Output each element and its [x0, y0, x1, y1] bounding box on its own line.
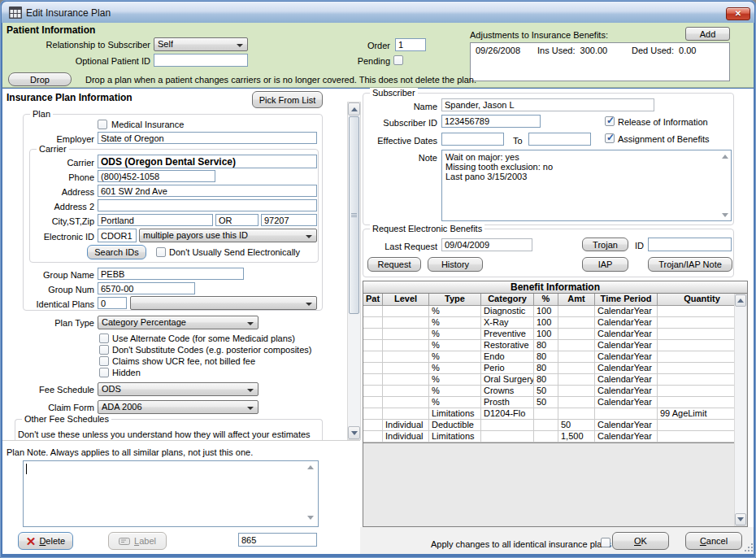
benefit-row[interactable]: IndividualDeductible50CalendarYear: [363, 420, 747, 431]
group-num-field[interactable]: [98, 282, 195, 294]
address2-label: Address 2: [33, 202, 94, 212]
benefit-row[interactable]: %Restorative80CalendarYear: [363, 340, 747, 351]
trojan-iap-note-button[interactable]: Trojan/IAP Note: [648, 257, 732, 272]
effective-from-field[interactable]: [441, 133, 504, 146]
relationship-select[interactable]: Self: [154, 37, 248, 51]
benefit-cell-pat: [363, 363, 383, 373]
delete-button[interactable]: ✕ Delete: [18, 532, 73, 550]
effective-dates-label: Effective Dates: [366, 136, 437, 146]
phone-field[interactable]: [98, 170, 215, 182]
claims-show-ucr-checkbox[interactable]: [99, 356, 109, 366]
carrier-field[interactable]: [98, 155, 317, 168]
identical-plans-field[interactable]: [98, 297, 127, 309]
employer-field[interactable]: [98, 132, 317, 144]
dont-substitute-codes-checkbox[interactable]: [99, 345, 109, 355]
note-scroll-up-icon[interactable]: [307, 465, 314, 469]
title-bar[interactable]: Edit Insurance Plan ✕: [2, 2, 754, 23]
subscriber-id-field[interactable]: [441, 115, 541, 128]
scroll-down-button[interactable]: [348, 426, 360, 439]
adjustment-ins-used[interactable]: Ins Used: 300.00: [537, 46, 607, 56]
plan-note-textarea[interactable]: [23, 460, 319, 527]
benefit-row[interactable]: IndividualLimitations1,500CalendarYear: [363, 431, 747, 442]
label-button[interactable]: Label: [108, 532, 167, 550]
payor-id-select[interactable]: multiple payors use this ID: [139, 229, 317, 242]
release-of-information-checkbox[interactable]: [605, 116, 615, 126]
benefit-row[interactable]: %Oral Surgery80CalendarYear: [363, 374, 747, 386]
benefit-cell-type: %: [429, 374, 481, 385]
benefit-table-scrollbar[interactable]: [734, 294, 747, 526]
benefit-cell-amt: [558, 306, 595, 316]
scrollbar-thumb[interactable]: [349, 116, 359, 314]
left-panel-scrollbar[interactable]: [347, 102, 361, 440]
benefit-cell-type: %: [429, 351, 481, 362]
history-button[interactable]: History: [428, 257, 483, 272]
benefit-cell-period: CalendarYear: [595, 306, 658, 316]
benefit-column-header[interactable]: Amt: [558, 294, 595, 305]
claim-form-select[interactable]: ADA 2006: [98, 400, 259, 414]
zip-field[interactable]: [261, 214, 317, 226]
plan-id-field[interactable]: [238, 533, 317, 547]
table-scroll-up-button[interactable]: [735, 294, 746, 307]
plan-note-label: Plan Note. Always applies to all similar…: [7, 447, 253, 458]
trojan-button[interactable]: Trojan: [582, 238, 628, 251]
table-scroll-down-button[interactable]: [735, 513, 746, 525]
subscriber-id-label: Subscriber ID: [366, 118, 437, 129]
note-scroll-down-icon[interactable]: [307, 516, 314, 520]
benefit-cell-pat: [363, 340, 383, 351]
fee-schedule-select[interactable]: ODS: [98, 382, 259, 396]
add-adjustment-button[interactable]: Add: [685, 27, 730, 41]
order-field[interactable]: [395, 38, 426, 51]
optional-patient-id-field[interactable]: [154, 54, 248, 67]
benefit-row[interactable]: %Crowns50CalendarYear: [363, 386, 747, 397]
city-field[interactable]: [98, 214, 213, 226]
scroll-up-button[interactable]: [348, 102, 360, 116]
identical-plans-select[interactable]: [130, 296, 317, 310]
assignment-of-benefits-checkbox[interactable]: [605, 133, 615, 143]
adjustment-ded-used[interactable]: Ded Used: 0.00: [632, 46, 697, 56]
benefit-row[interactable]: %Perio80CalendarYear: [363, 363, 747, 374]
subscriber-note-scroll-down-icon[interactable]: [722, 213, 728, 217]
benefit-row[interactable]: %Preventive100CalendarYear: [363, 329, 747, 340]
group-name-field[interactable]: [98, 268, 244, 280]
adjustments-listbox[interactable]: 09/26/2008 Ins Used: 300.00 Ded Used: 0.…: [470, 42, 730, 81]
adjustment-date[interactable]: 09/26/2008: [476, 46, 520, 56]
request-button[interactable]: Request: [367, 257, 421, 272]
resize-grip-icon[interactable]: [751, 550, 753, 551]
effective-to-field[interactable]: [528, 133, 591, 146]
benefit-row[interactable]: %Endo80CalendarYear: [363, 351, 747, 363]
benefit-column-header[interactable]: Time Period: [595, 294, 658, 305]
electronic-id-field[interactable]: [98, 229, 137, 242]
plan-type-select[interactable]: Category Percentage: [98, 316, 259, 329]
ok-button[interactable]: OK: [612, 532, 669, 550]
cancel-button[interactable]: Cancel: [685, 532, 742, 550]
iap-button[interactable]: IAP: [582, 257, 628, 272]
benefit-row[interactable]: %Prosth50CalendarYear: [363, 397, 747, 408]
benefit-column-header[interactable]: Type: [429, 294, 481, 305]
drop-button[interactable]: Drop: [8, 72, 72, 86]
benefit-column-header[interactable]: Pat: [363, 294, 383, 305]
request-benefits-group-label: Request Electronic Benefits: [370, 224, 484, 234]
address2-field[interactable]: [98, 199, 317, 211]
subscriber-note-scroll-up-icon[interactable]: [722, 155, 728, 159]
medical-insurance-checkbox[interactable]: [98, 120, 107, 129]
benefit-cell-type: Deductible: [429, 420, 481, 430]
benefit-row[interactable]: %Diagnostic100CalendarYear: [363, 306, 747, 317]
subscriber-note-textarea[interactable]: Wait on major: yes Missing tooth exclusi…: [441, 150, 732, 221]
state-field[interactable]: [215, 214, 259, 226]
benefit-column-header[interactable]: Category: [481, 294, 534, 305]
close-button[interactable]: ✕: [726, 7, 750, 20]
trojan-id-field[interactable]: [648, 238, 732, 251]
hidden-checkbox[interactable]: [99, 368, 109, 377]
benefit-row[interactable]: %X-Ray100CalendarYear: [363, 317, 747, 329]
benefit-row[interactable]: LimitationsD1204-Flo99 AgeLimit: [363, 408, 747, 420]
benefit-column-header[interactable]: Level: [383, 294, 429, 305]
search-ids-button[interactable]: Search IDs: [87, 245, 146, 259]
benefit-column-header[interactable]: %: [534, 294, 558, 305]
use-alternate-code-checkbox[interactable]: [99, 333, 109, 343]
pending-checkbox[interactable]: [393, 55, 403, 65]
dont-send-electronically-checkbox[interactable]: [156, 247, 166, 257]
pick-from-list-button[interactable]: Pick From List: [252, 91, 323, 108]
last-request-field: [441, 238, 532, 251]
address-field[interactable]: [98, 185, 317, 197]
apply-changes-checkbox[interactable]: [601, 538, 610, 547]
